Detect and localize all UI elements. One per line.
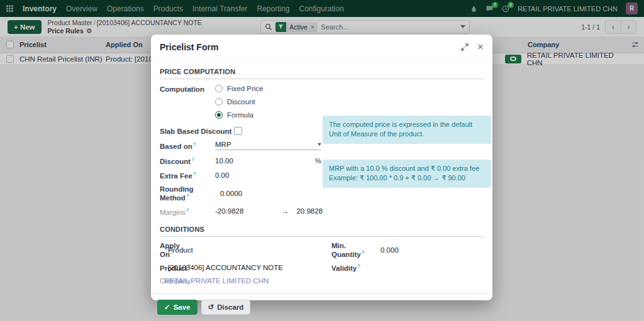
modal-header: Pricelist Form × — [151, 35, 492, 60]
margin-arrow-icon: → — [281, 207, 289, 215]
discount-help-icon[interactable]: ? — [191, 156, 194, 162]
margin-max-value: 20.9828 — [296, 207, 323, 215]
based-on-label: Based on? — [160, 141, 215, 150]
slab-based-discount-checkbox[interactable] — [234, 127, 242, 135]
min-quantity-label: Min. Quantity? — [331, 242, 380, 258]
discount-label: Discount? — [160, 156, 215, 165]
save-button[interactable]: ✓ Save — [157, 300, 197, 315]
rounding-help-icon[interactable]: ? — [186, 193, 189, 199]
extra-fee-input[interactable]: 0.00 — [215, 171, 229, 179]
computation-label: Computation — [160, 85, 215, 119]
radio-fixed-price-control[interactable] — [215, 85, 223, 92]
radio-formula[interactable]: Formula — [215, 111, 264, 119]
modal-footer: ✓ Save ↺ Discard — [151, 293, 492, 320]
expand-icon[interactable] — [461, 43, 469, 51]
validity-label: Validity? — [331, 263, 380, 272]
product-value[interactable]: [20103406] ACCOUNTANCY NOTE — [168, 264, 283, 271]
discount-input[interactable]: 10.00 — [215, 157, 233, 165]
undo-icon: ↺ — [208, 303, 214, 312]
margins-help-icon[interactable]: ? — [186, 207, 189, 213]
based-on-value: MRP — [215, 141, 231, 148]
modal-title: Pricelist Form — [160, 42, 218, 52]
min-quantity-help-icon[interactable]: ? — [362, 249, 365, 255]
computation-radio-group: Fixed Price Discount Formula — [215, 85, 264, 119]
formula-info-alert: MRP with a 10.0 % discount and ₹ 0.00 ex… — [323, 160, 491, 188]
radio-fixed-price[interactable]: Fixed Price — [215, 85, 264, 92]
radio-discount[interactable]: Discount — [215, 98, 264, 106]
modal-body: PRICE COMPUTATION Computation Fixed Pric… — [151, 68, 492, 285]
based-on-help-icon[interactable]: ? — [193, 141, 196, 147]
section-title-conditions: CONDITIONS — [160, 226, 484, 237]
radio-discount-control[interactable] — [215, 98, 223, 106]
slab-based-discount-label: Slab Based Discount — [160, 128, 234, 135]
rounding-method-label: Rounding Method? — [160, 185, 220, 202]
apply-on-value[interactable]: Product — [168, 246, 193, 254]
min-quantity-input[interactable]: 0.000 — [380, 246, 399, 254]
pricelist-form-modal: Pricelist Form × PRICE COMPUTATION Compu… — [151, 35, 492, 300]
discount-unit: % — [315, 157, 321, 165]
company-value[interactable]: RETAIL PRIVATE LIMITED CHN — [164, 277, 269, 285]
discard-button[interactable]: ↺ Discard — [201, 300, 251, 315]
formula-alert-line2: Example: ₹ 100.00 * 0.9 + ₹ 0.00 → ₹ 90.… — [329, 173, 485, 183]
margin-min-value: -20.9828 — [215, 207, 243, 215]
uom-info-alert: The computed price is expressed in the d… — [323, 116, 491, 144]
close-icon[interactable]: × — [477, 41, 484, 52]
check-icon: ✓ — [164, 303, 170, 312]
section-title-price-computation: PRICE COMPUTATION — [160, 68, 484, 79]
radio-formula-control[interactable] — [215, 111, 223, 119]
margins-label: Margins? — [160, 207, 215, 216]
extra-fee-label: Extra Fee? — [160, 171, 215, 180]
extra-fee-help-icon[interactable]: ? — [193, 171, 196, 177]
validity-help-icon[interactable]: ? — [357, 263, 360, 269]
rounding-method-input[interactable]: 0.0000 — [220, 190, 242, 197]
formula-alert-line1: MRP with a 10.0 % discount and ₹ 0.00 ex… — [329, 164, 485, 173]
based-on-select[interactable]: MRP — [215, 141, 321, 150]
based-on-caret-icon — [318, 143, 321, 146]
